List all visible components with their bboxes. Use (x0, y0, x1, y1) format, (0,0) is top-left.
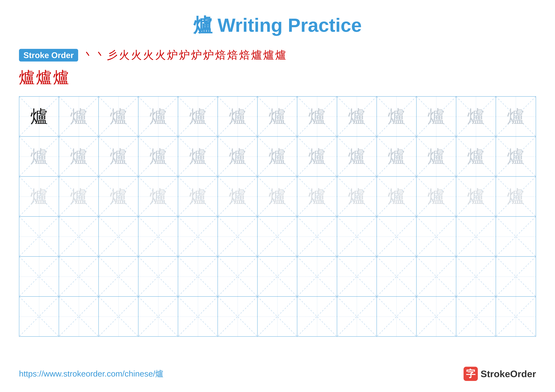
stroke-sequence: 丶丶彡火火火火炉炉炉炉焙焙焙爐爐爐 (83, 48, 286, 62)
grid-cell[interactable] (456, 257, 496, 296)
cell-character: 爐 (388, 188, 405, 205)
grid-cell[interactable] (19, 217, 59, 256)
grid-cell[interactable] (377, 217, 416, 256)
grid-cell[interactable]: 爐 (218, 137, 258, 176)
grid-cell[interactable]: 爐 (416, 97, 456, 136)
grid-cell[interactable]: 爐 (59, 177, 99, 216)
grid-cell[interactable] (337, 257, 377, 296)
grid-cell[interactable] (178, 297, 218, 336)
grid-cell[interactable] (99, 297, 139, 336)
grid-cell[interactable]: 爐 (377, 177, 416, 216)
grid-cell[interactable] (99, 257, 139, 296)
grid-cell[interactable]: 爐 (496, 137, 536, 176)
grid-cell[interactable]: 爐 (297, 137, 337, 176)
footer-url[interactable]: https://www.strokeorder.com/chinese/爐 (19, 368, 163, 379)
grid-cell[interactable]: 爐 (297, 97, 337, 136)
grid-cell[interactable] (139, 297, 178, 336)
grid-cell[interactable]: 爐 (337, 137, 377, 176)
grid-cell[interactable]: 爐 (19, 137, 59, 176)
grid-cell[interactable]: 爐 (139, 177, 178, 216)
grid-cell[interactable] (139, 217, 178, 256)
grid-cell[interactable]: 爐 (99, 137, 139, 176)
grid-cell[interactable]: 爐 (99, 177, 139, 216)
grid-cell[interactable]: 爐 (377, 137, 416, 176)
cell-character: 爐 (507, 108, 525, 125)
grid-cell[interactable] (178, 257, 218, 296)
grid-cell[interactable]: 爐 (178, 137, 218, 176)
grid-cell[interactable] (19, 257, 59, 296)
svg-line-135 (99, 297, 138, 336)
grid-cell[interactable] (258, 297, 297, 336)
grid-cell[interactable]: 爐 (456, 137, 496, 176)
grid-cell[interactable] (456, 217, 496, 256)
grid-cell[interactable] (416, 217, 456, 256)
grid-cell[interactable] (218, 257, 258, 296)
grid-cell[interactable] (496, 217, 536, 256)
grid-cell[interactable] (377, 257, 416, 296)
grid-cell[interactable]: 爐 (19, 97, 59, 136)
grid-cell[interactable]: 爐 (337, 177, 377, 216)
grid-cell[interactable]: 爐 (258, 137, 297, 176)
grid-cell[interactable] (337, 217, 377, 256)
grid-cell[interactable]: 爐 (178, 177, 218, 216)
svg-line-131 (19, 297, 59, 336)
grid-cell[interactable]: 爐 (59, 137, 99, 176)
grid-cell[interactable] (297, 297, 337, 336)
grid-cell[interactable] (496, 257, 536, 296)
grid-cell[interactable]: 爐 (496, 177, 536, 216)
stroke-order-badge: Stroke Order (19, 49, 78, 62)
grid-cell[interactable]: 爐 (258, 97, 297, 136)
grid-cell[interactable]: 爐 (496, 97, 536, 136)
grid-cell[interactable]: 爐 (178, 97, 218, 136)
stroke-step: 火 (155, 48, 166, 62)
svg-line-137 (139, 297, 178, 336)
grid-cell[interactable]: 爐 (218, 97, 258, 136)
cell-character: 爐 (150, 148, 167, 165)
cell-character: 爐 (427, 108, 445, 125)
grid-cell[interactable] (218, 297, 258, 336)
grid-cell[interactable] (178, 217, 218, 256)
grid-cell[interactable]: 爐 (258, 177, 297, 216)
cell-character: 爐 (388, 148, 405, 165)
grid-cell[interactable] (297, 257, 337, 296)
grid-cell[interactable]: 爐 (416, 137, 456, 176)
grid-cell[interactable] (59, 217, 99, 256)
grid-cell[interactable] (218, 217, 258, 256)
grid-cell[interactable] (258, 257, 297, 296)
grid-cell[interactable] (258, 217, 297, 256)
grid-cell[interactable]: 爐 (297, 177, 337, 216)
grid-cell[interactable] (377, 297, 416, 336)
grid-cell[interactable] (337, 297, 377, 336)
svg-line-100 (456, 217, 496, 256)
grid-cell[interactable]: 爐 (377, 97, 416, 136)
svg-line-90 (258, 217, 297, 256)
grid-cell[interactable] (297, 217, 337, 256)
grid-cell[interactable]: 爐 (99, 97, 139, 136)
grid-cell[interactable] (456, 297, 496, 336)
grid-cell[interactable]: 爐 (456, 177, 496, 216)
svg-line-121 (337, 257, 377, 296)
grid-cell[interactable]: 爐 (416, 177, 456, 216)
stroke-second-row: 爐爐爐 (19, 67, 536, 88)
svg-line-81 (59, 217, 98, 256)
grid-cell[interactable]: 爐 (456, 97, 496, 136)
grid-cell[interactable] (139, 257, 178, 296)
grid-cell[interactable] (416, 257, 456, 296)
svg-line-119 (297, 257, 337, 296)
grid-cell[interactable]: 爐 (19, 177, 59, 216)
grid-cell[interactable] (496, 297, 536, 336)
grid-cell[interactable] (99, 217, 139, 256)
grid-cell[interactable] (416, 297, 456, 336)
svg-line-122 (377, 257, 416, 296)
grid-cell[interactable] (59, 297, 99, 336)
grid-cell[interactable]: 爐 (218, 177, 258, 216)
cell-character: 爐 (110, 108, 127, 125)
grid-cell[interactable] (19, 297, 59, 336)
grid-cell[interactable]: 爐 (139, 137, 178, 176)
svg-line-142 (258, 297, 297, 336)
grid-cell[interactable] (59, 257, 99, 296)
grid-cell[interactable]: 爐 (59, 97, 99, 136)
svg-line-148 (377, 297, 416, 336)
grid-cell[interactable]: 爐 (139, 97, 178, 136)
grid-cell[interactable]: 爐 (337, 97, 377, 136)
